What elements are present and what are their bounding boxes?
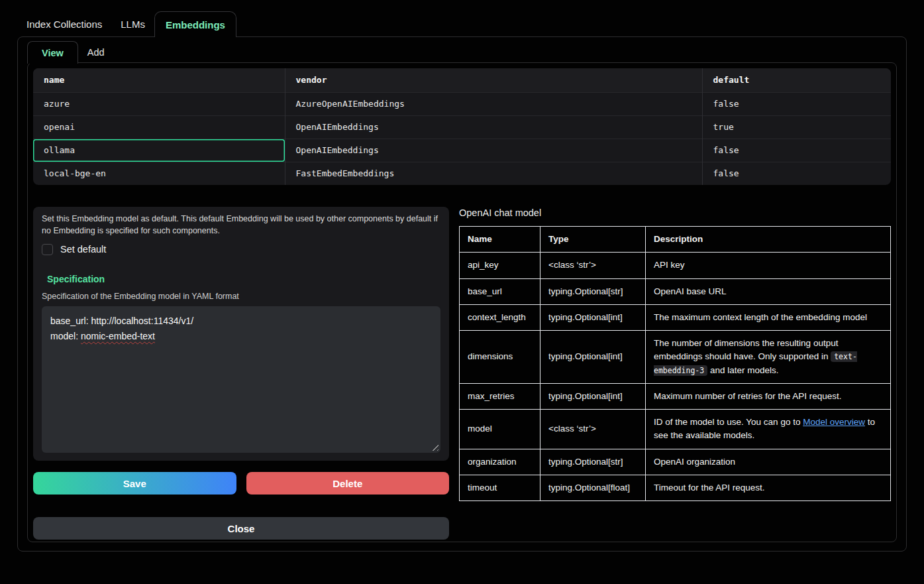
doc-cell-type: typing.Optional[float]: [540, 475, 646, 500]
main-tabs: Index CollectionsLLMsEmbeddings: [17, 11, 907, 36]
emb-cell-vendor-openai[interactable]: OpenAIEmbeddings: [285, 115, 702, 139]
inline-code: text-embedding-3: [654, 351, 857, 375]
emb-cell-name-ollama[interactable]: ollama: [33, 139, 285, 162]
emb-cell-name-openai[interactable]: openai: [33, 115, 285, 139]
doc-cell-description: API key: [646, 253, 891, 278]
close-button[interactable]: Close: [33, 517, 449, 540]
doc-row-api_key: api_key<class ‘str’>API key: [460, 253, 891, 278]
view-tab-panel: namevendordefault azureAzureOpenAIEmbedd…: [27, 62, 897, 542]
tab-llms[interactable]: LLMs: [111, 11, 154, 36]
subtab-view[interactable]: View: [27, 41, 78, 64]
emb-column-header-default: default: [702, 68, 891, 92]
doc-cell-description: OpenAI organization: [646, 449, 891, 475]
delete-button[interactable]: Delete: [246, 472, 450, 495]
doc-column: OpenAI chat model NameTypeDescription ap…: [459, 207, 891, 540]
doc-cell-description: The maximum context length of the embedd…: [646, 304, 891, 330]
set-default-label: Set default: [60, 244, 106, 255]
emb-row-openai[interactable]: openaiOpenAIEmbeddingstrue: [33, 115, 891, 139]
doc-cell-name: organization: [460, 449, 540, 475]
emb-cell-name-azure[interactable]: azure: [33, 92, 285, 115]
emb-column-header-name: name: [33, 68, 285, 92]
doc-cell-description: The number of dimensions the resulting o…: [646, 331, 891, 384]
emb-cell-default-local-bge-en[interactable]: false: [702, 162, 891, 185]
doc-cell-name: context_length: [460, 304, 540, 330]
doc-cell-name: dimensions: [460, 331, 540, 384]
detail-area: Set this Embedding model as default. Thi…: [33, 207, 891, 540]
emb-row-ollama[interactable]: ollamaOpenAIEmbeddingsfalse: [33, 139, 891, 162]
action-buttons-row: Save Delete: [33, 472, 449, 495]
default-help-text: Set this Embedding model as default. Thi…: [42, 213, 439, 237]
misspelled-word: nomic-embed-text: [81, 331, 155, 341]
embeddings-table: namevendordefault azureAzureOpenAIEmbedd…: [33, 68, 891, 185]
doc-table-header: NameTypeDescription: [460, 227, 891, 253]
doc-table: NameTypeDescription api_key<class ‘str’>…: [459, 226, 891, 501]
emb-cell-name-local-bge-en[interactable]: local-bge-en: [33, 162, 285, 185]
doc-cell-name: max_retries: [460, 383, 540, 409]
doc-cell-description: OpenAI base URL: [646, 278, 891, 304]
page: Index CollectionsLLMsEmbeddings ViewAdd …: [0, 0, 924, 552]
embeddings-tab-panel: ViewAdd namevendordefault azureAzureOpen…: [17, 36, 907, 552]
embeddings-table-header: namevendordefault: [33, 68, 891, 92]
doc-title: OpenAI chat model: [459, 207, 891, 218]
doc-cell-description: ID of the model to use. You can go to Mo…: [646, 410, 891, 449]
emb-cell-vendor-azure[interactable]: AzureOpenAIEmbeddings: [285, 92, 702, 115]
doc-row-max_retries: max_retriestyping.Optional[int]Maximum n…: [460, 383, 891, 409]
tab-embeddings[interactable]: Embeddings: [154, 11, 236, 37]
yaml-line-2: model: nomic-embed-text: [50, 329, 432, 343]
doc-row-context_length: context_lengthtyping.Optional[int]The ma…: [460, 304, 891, 330]
embeddings-table-container: namevendordefault azureAzureOpenAIEmbedd…: [33, 68, 891, 185]
set-default-checkbox[interactable]: [42, 244, 53, 255]
doc-row-organization: organizationtyping.Optional[str]OpenAI o…: [460, 449, 891, 475]
doc-cell-name: timeout: [460, 475, 540, 500]
doc-cell-name: api_key: [460, 253, 540, 278]
doc-cell-description: Timeout for the API request.: [646, 475, 891, 500]
yaml-spec-textarea[interactable]: base_url: http://localhost:11434/v1/ mod…: [42, 306, 440, 453]
doc-row-timeout: timeouttyping.Optional[float]Timeout for…: [460, 475, 891, 500]
sub-tabs: ViewAdd: [27, 41, 897, 63]
doc-cell-type: typing.Optional[str]: [540, 449, 646, 475]
doc-cell-type: typing.Optional[int]: [540, 383, 646, 409]
doc-row-dimensions: dimensionstyping.Optional[int]The number…: [460, 331, 891, 384]
subtab-add[interactable]: Add: [78, 41, 114, 63]
edit-column: Set this Embedding model as default. Thi…: [33, 207, 449, 540]
doc-cell-type: <class ‘str’>: [540, 410, 646, 449]
emb-row-local-bge-en[interactable]: local-bge-enFastEmbedEmbeddingsfalse: [33, 162, 891, 185]
doc-cell-description: Maximum number of retries for the API re…: [646, 383, 891, 409]
emb-cell-default-azure[interactable]: false: [702, 92, 891, 115]
doc-column-header-description: Description: [646, 227, 891, 253]
doc-cell-type: typing.Optional[str]: [540, 278, 646, 304]
save-button[interactable]: Save: [33, 472, 236, 495]
doc-cell-name: model: [460, 410, 540, 449]
emb-cell-vendor-ollama[interactable]: OpenAIEmbeddings: [285, 139, 702, 162]
yaml-line-1: base_url: http://localhost:11434/v1/: [50, 314, 432, 328]
specification-heading: Specification: [47, 274, 440, 284]
emb-cell-default-openai[interactable]: true: [702, 115, 891, 139]
doc-cell-type: <class ‘str’>: [540, 253, 646, 278]
default-form-panel: Set this Embedding model as default. Thi…: [33, 207, 449, 461]
doc-cell-type: typing.Optional[int]: [540, 304, 646, 330]
specification-caption: Specification of the Embedding model in …: [42, 292, 440, 301]
model-overview-link[interactable]: Model overview: [803, 417, 865, 427]
set-default-checkbox-row[interactable]: Set default: [42, 243, 440, 256]
doc-cell-type: typing.Optional[int]: [540, 331, 646, 384]
tab-index-collections[interactable]: Index Collections: [17, 11, 111, 36]
doc-column-header-name: Name: [460, 227, 540, 253]
doc-row-model: model<class ‘str’>ID of the model to use…: [460, 410, 891, 449]
doc-column-header-type: Type: [540, 227, 646, 253]
doc-row-base_url: base_urltyping.Optional[str]OpenAI base …: [460, 278, 891, 304]
resize-handle-icon[interactable]: [431, 443, 438, 451]
emb-cell-default-ollama[interactable]: false: [702, 139, 891, 162]
yaml-line-2-prefix: model:: [50, 331, 81, 341]
emb-row-azure[interactable]: azureAzureOpenAIEmbeddingsfalse: [33, 92, 891, 115]
doc-cell-name: base_url: [460, 278, 540, 304]
emb-cell-vendor-local-bge-en[interactable]: FastEmbedEmbeddings: [285, 162, 702, 185]
emb-column-header-vendor: vendor: [285, 68, 702, 92]
